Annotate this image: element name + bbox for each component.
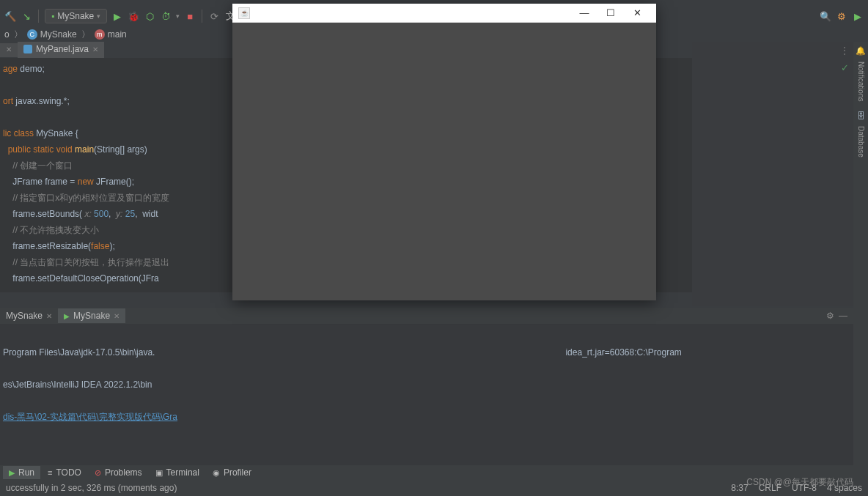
breadcrumb-item[interactable]: m main (95, 29, 127, 40)
bottom-toolbar: ▶ Run ≡ TODO ⊘ Problems ▣ Terminal ◉ Pro… (0, 465, 853, 480)
gear-icon[interactable]: ⚙ (826, 311, 834, 321)
run-config-selector[interactable]: ▪ MySnake ▾ (45, 9, 107, 23)
run-icon: ▶ (9, 468, 15, 478)
close-button[interactable]: ✕ (624, 4, 650, 23)
profiler-icon: ◉ (213, 468, 220, 478)
chevron-right-icon: 〉 (81, 29, 90, 41)
play-store-icon[interactable]: ▶ (852, 10, 864, 22)
run-icon: ▶ (64, 312, 70, 320)
close-icon[interactable]: ✕ (6, 45, 12, 53)
breadcrumb: o 〉 C MySnake 〉 m main (0, 26, 131, 42)
line-ending[interactable]: CRLF (759, 483, 781, 493)
chevron-down-icon: ▾ (176, 12, 180, 20)
build-icon[interactable]: 🔨 (4, 10, 16, 22)
profiler-tool-tab[interactable]: ◉ Profiler (207, 466, 257, 479)
tab-label: MyPanel.java (36, 44, 89, 54)
close-icon[interactable]: ✕ (114, 312, 119, 320)
class-icon: C (27, 29, 37, 40)
editor-tab-close-prev[interactable]: ✕ (0, 43, 18, 57)
terminal-icon: ▣ (155, 468, 163, 478)
todo-icon: ≡ (48, 468, 52, 477)
status-bar: uccessfully in 2 sec, 326 ms (moments ag… (0, 480, 868, 496)
app-titlebar[interactable]: ☕ — ☐ ✕ (232, 4, 656, 23)
minimize-button[interactable]: — (571, 4, 597, 23)
editor-tab[interactable]: MyPanel.java ✕ (18, 42, 104, 58)
run-tab[interactable]: ▶ MySnake ✕ (58, 308, 125, 323)
debug-icon[interactable]: 🐞 (128, 10, 139, 22)
todo-tool-tab[interactable]: ≡ TODO (42, 466, 87, 479)
right-sidebar: 🔔 Notifications 🗄 Database (853, 42, 868, 496)
run-tab[interactable]: MySnake ✕ (0, 308, 58, 323)
chevron-down-icon: ▾ (97, 12, 100, 20)
problems-icon: ⊘ (95, 468, 101, 478)
run-panel-tabs: MySnake ✕ ▶ MySnake ✕ ⚙ — (0, 308, 853, 324)
file-encoding[interactable]: UTF-8 (792, 483, 817, 493)
close-icon[interactable]: ✕ (46, 312, 52, 320)
run-console-output[interactable]: Program Files\Java\jdk-17.0.5\bin\java.i… (0, 324, 853, 467)
database-label[interactable]: Database (857, 126, 865, 158)
breadcrumb-item[interactable]: o (4, 29, 10, 40)
reload-icon[interactable]: ⟳ (208, 10, 220, 22)
stop-icon[interactable]: ■ (184, 10, 196, 22)
hammer-icon[interactable]: ↘ (21, 10, 32, 22)
run-icon[interactable]: ▶ (111, 10, 123, 22)
problems-tool-tab[interactable]: ⊘ Problems (89, 466, 148, 479)
chevron-right-icon: 〉 (14, 29, 23, 41)
search-icon[interactable]: 🔍 (820, 10, 831, 22)
editor-right-gutter (692, 42, 853, 306)
separator (38, 10, 39, 23)
close-icon[interactable]: ✕ (92, 45, 98, 53)
indent-setting[interactable]: 4 spaces (827, 483, 862, 493)
cursor-position[interactable]: 8:37 (731, 483, 748, 493)
minimize-icon[interactable]: — (839, 311, 847, 321)
run-config-label: MySnake (57, 11, 94, 21)
profile-icon[interactable]: ⏱ (160, 10, 172, 22)
method-icon: m (95, 29, 105, 40)
java-app-icon: ☕ (238, 7, 250, 19)
notifications-icon[interactable]: 🔔 (856, 46, 866, 56)
notifications-label[interactable]: Notifications (857, 62, 865, 101)
app-content-panel[interactable] (232, 23, 656, 300)
terminal-tool-tab[interactable]: ▣ Terminal (150, 466, 205, 479)
run-tool-tab[interactable]: ▶ Run (3, 466, 40, 479)
separator (202, 10, 202, 23)
settings-icon[interactable]: ⚙ (836, 10, 847, 22)
java-app-window[interactable]: ☕ — ☐ ✕ (232, 4, 656, 300)
status-message: uccessfully in 2 sec, 326 ms (moments ag… (6, 483, 731, 493)
database-icon[interactable]: 🗄 (857, 111, 865, 120)
java-file-icon (23, 45, 32, 53)
breadcrumb-item[interactable]: C MySnake (27, 29, 77, 40)
maximize-button[interactable]: ☐ (597, 4, 624, 23)
coverage-icon[interactable]: ⬡ (144, 10, 155, 22)
